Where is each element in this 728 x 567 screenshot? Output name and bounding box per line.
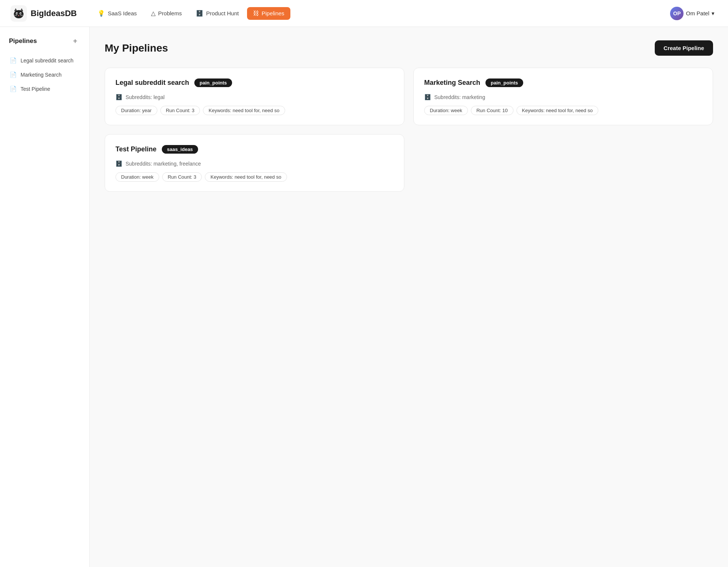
- nav-problems-label: Problems: [158, 10, 182, 16]
- nav-product-hunt-label: Product Hunt: [206, 10, 239, 16]
- sidebar-item-test-pipeline[interactable]: 📄 Test Pipeline: [6, 82, 83, 96]
- sidebar: Pipelines + 📄 Legal subreddit search 📄 M…: [0, 27, 90, 567]
- keywords-pill: Keywords: need tool for, need so: [205, 172, 287, 182]
- database-icon: 🗄️: [115, 160, 123, 167]
- pipeline-card-legal[interactable]: Legal subreddit search pain_points 🗄️ Su…: [105, 68, 404, 125]
- sidebar-item-label: Test Pipeline: [21, 86, 50, 92]
- logo[interactable]: BigIdeasDB: [10, 5, 77, 22]
- sidebar-item-icon: 📄: [10, 86, 17, 92]
- avatar: OP: [670, 7, 684, 20]
- tag-badge: pain_points: [485, 78, 523, 87]
- run-count-pill: Run Count: 3: [162, 172, 202, 182]
- card-subreddits: 🗄️ Subreddits: legal: [115, 94, 394, 101]
- card-title: Test Pipeline: [115, 145, 157, 153]
- pipeline-card-marketing[interactable]: Marketing Search pain_points 🗄️ Subreddi…: [413, 68, 713, 125]
- pipeline-grid: Legal subreddit search pain_points 🗄️ Su…: [105, 68, 713, 192]
- database-icon: 🗄️: [424, 94, 431, 101]
- header-right: OP Om Patel ▾: [667, 4, 718, 22]
- card-header: Legal subreddit search pain_points: [115, 78, 394, 87]
- sidebar-item-legal-subreddit-search[interactable]: 📄 Legal subreddit search: [6, 54, 83, 67]
- nav-pipelines-label: Pipelines: [262, 10, 284, 16]
- logo-icon: [10, 5, 27, 22]
- subreddits-text: Subreddits: legal: [126, 94, 164, 100]
- duration-pill: Duration: week: [424, 106, 468, 115]
- subreddits-text: Subreddits: marketing, freelance: [126, 161, 201, 167]
- chevron-down-icon: ▾: [712, 10, 715, 17]
- user-menu-button[interactable]: OP Om Patel ▾: [667, 4, 718, 22]
- database-icon: 🗄️: [115, 94, 123, 101]
- nav-saas-ideas[interactable]: 💡 SaaS Ideas: [92, 7, 143, 20]
- product-hunt-icon: 🗄️: [196, 10, 203, 17]
- nav-problems[interactable]: △ Problems: [145, 7, 188, 20]
- subreddits-text: Subreddits: marketing: [434, 94, 485, 100]
- card-title: Legal subreddit search: [115, 79, 189, 87]
- card-subreddits: 🗄️ Subreddits: marketing, freelance: [115, 160, 394, 167]
- header: BigIdeasDB 💡 SaaS Ideas △ Problems 🗄️ Pr…: [0, 0, 728, 27]
- nav-saas-ideas-label: SaaS Ideas: [108, 10, 137, 16]
- run-count-pill: Run Count: 10: [471, 106, 513, 115]
- duration-pill: Duration: year: [115, 106, 157, 115]
- tag-badge: pain_points: [194, 78, 232, 87]
- keywords-pill: Keywords: need tool for, need so: [516, 106, 598, 115]
- card-meta: Duration: week Run Count: 3 Keywords: ne…: [115, 172, 394, 182]
- svg-point-8: [16, 13, 18, 14]
- card-header: Test Pipeline saas_ideas: [115, 145, 394, 154]
- main-content: My Pipelines Create Pipeline Legal subre…: [90, 27, 728, 567]
- card-title: Marketing Search: [424, 79, 480, 87]
- nav-product-hunt[interactable]: 🗄️ Product Hunt: [190, 7, 245, 20]
- card-meta: Duration: week Run Count: 10 Keywords: n…: [424, 106, 702, 115]
- create-pipeline-button[interactable]: Create Pipeline: [655, 40, 713, 56]
- sidebar-header: Pipelines +: [6, 36, 83, 46]
- sidebar-item-label: Legal subreddit search: [21, 58, 74, 64]
- user-name: Om Patel: [686, 10, 709, 16]
- sidebar-item-icon: 📄: [10, 71, 17, 78]
- logo-text: BigIdeasDB: [31, 9, 77, 18]
- card-header: Marketing Search pain_points: [424, 78, 702, 87]
- page-title: My Pipelines: [105, 42, 168, 54]
- svg-point-1: [14, 10, 24, 18]
- nav-pipelines[interactable]: ⛓ Pipelines: [247, 7, 290, 20]
- run-count-pill: Run Count: 3: [160, 106, 200, 115]
- add-pipeline-button[interactable]: +: [70, 36, 80, 46]
- card-subreddits: 🗄️ Subreddits: marketing: [424, 94, 702, 101]
- app-layout: Pipelines + 📄 Legal subreddit search 📄 M…: [0, 27, 728, 567]
- main-nav: 💡 SaaS Ideas △ Problems 🗄️ Product Hunt …: [92, 7, 667, 20]
- sidebar-item-marketing-search[interactable]: 📄 Marketing Search: [6, 68, 83, 81]
- card-meta: Duration: year Run Count: 3 Keywords: ne…: [115, 106, 394, 115]
- sidebar-item-label: Marketing Search: [21, 72, 62, 78]
- pipelines-icon: ⛓: [253, 10, 259, 17]
- pipeline-card-test[interactable]: Test Pipeline saas_ideas 🗄️ Subreddits: …: [105, 134, 404, 192]
- problems-icon: △: [151, 10, 155, 17]
- svg-point-9: [20, 13, 21, 14]
- keywords-pill: Keywords: need tool for, need so: [203, 106, 285, 115]
- sidebar-item-icon: 📄: [10, 57, 17, 64]
- tag-badge: saas_ideas: [162, 145, 198, 154]
- saas-ideas-icon: 💡: [98, 10, 105, 17]
- main-header: My Pipelines Create Pipeline: [105, 40, 713, 56]
- sidebar-title: Pipelines: [9, 37, 37, 45]
- duration-pill: Duration: week: [115, 172, 159, 182]
